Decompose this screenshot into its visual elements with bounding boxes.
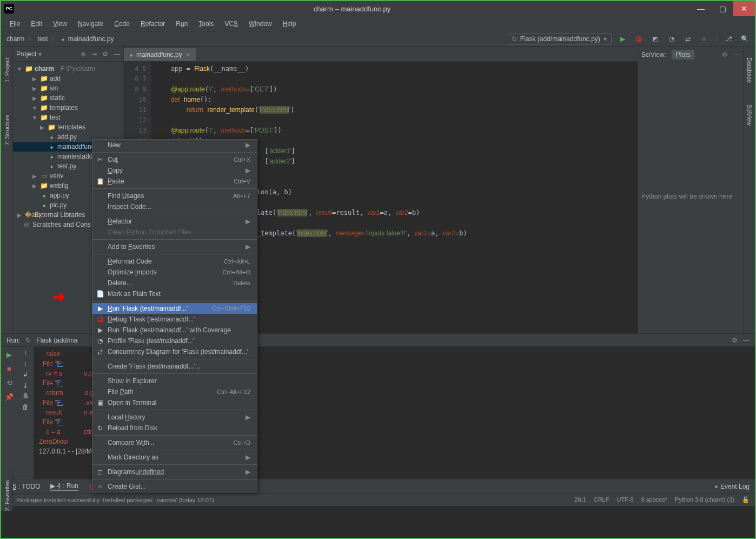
restart-icon[interactable]: ⟲: [4, 377, 15, 388]
ctx-run-flask-test-mainaddf-[interactable]: ▶Run 'Flask (test/mainaddf...'Ctrl+Shift…: [92, 303, 257, 314]
stop-icon[interactable]: ■: [4, 363, 15, 374]
vcs-icon[interactable]: ⎇: [724, 34, 733, 44]
concurrency-icon[interactable]: ⇄: [683, 34, 693, 44]
sciview-tool-tab[interactable]: SciView: [746, 104, 753, 126]
tree-item-add[interactable]: ▶📁add: [13, 74, 123, 83]
favorites-tool-tab[interactable]: 2: Favorites: [4, 480, 10, 511]
ctx-profile-flask-test-mainaddf-[interactable]: ◔Profile 'Flask (test/mainaddf...': [92, 336, 257, 346]
ctx-find-usages[interactable]: Find UsagesAlt+F7: [92, 190, 257, 201]
ctx-refactor[interactable]: Refactor▶: [92, 216, 257, 227]
database-tool-tab[interactable]: Database: [746, 57, 753, 83]
gear-icon[interactable]: ⚙: [732, 337, 738, 344]
scroll-icon[interactable]: ⤓: [23, 382, 28, 389]
tree-item-sin[interactable]: ▶📁sin: [13, 83, 123, 93]
breadcrumb: charm 〉 test 〉 ⬥ mainaddfunc.py: [6, 34, 114, 43]
ctx-file-path[interactable]: File PathCtrl+Alt+F12: [92, 386, 257, 397]
menu-run[interactable]: Run: [171, 18, 192, 30]
profile-icon[interactable]: ◔: [667, 34, 677, 44]
menu-window[interactable]: Window: [244, 18, 276, 30]
nav-bar: charm 〉 test 〉 ⬥ mainaddfunc.py Flask (a…: [1, 31, 755, 47]
structure-tool-tab[interactable]: 7: Structure: [4, 115, 10, 146]
menu-file[interactable]: File: [5, 18, 24, 30]
search-icon[interactable]: 🔍: [740, 34, 750, 44]
up-icon[interactable]: ↑: [24, 349, 27, 357]
ctx-compare-with-[interactable]: Compare With...Ctrl+D: [92, 437, 257, 448]
context-menu[interactable]: New▶✂CutCtrl+XCopy▶📋PasteCtrl+VFind Usag…: [92, 139, 257, 492]
minimize-button[interactable]: —: [690, 1, 712, 16]
ctx-diagrams[interactable]: ◻Diagramsundefined▶: [92, 466, 257, 477]
run-icon[interactable]: ▶: [618, 34, 628, 44]
breadcrumb-folder[interactable]: test: [37, 35, 48, 43]
coverage-icon[interactable]: ◩: [651, 34, 660, 44]
ctx-debug-flask-test-mainaddf-[interactable]: 🐞Debug 'Flask (test/mainaddf...': [92, 314, 257, 325]
tree-item-templates[interactable]: ▶📁templates: [13, 122, 123, 132]
ctx-new[interactable]: New▶: [92, 140, 257, 150]
debug-icon[interactable]: 🐞: [634, 34, 644, 44]
status-message: Packages installed successfully: Install…: [16, 497, 214, 503]
ctx-reload-from-disk[interactable]: ↻Reload from Disk: [92, 423, 257, 433]
ctx-concurrency-diagram-for-flask-[interactable]: ⇄Concurrency Diagram for 'Flask (test/ma…: [92, 346, 257, 357]
maximize-button[interactable]: ▢: [712, 1, 733, 16]
event-log-tab[interactable]: ● Event Log: [714, 483, 750, 490]
hide-icon[interactable]: —: [114, 50, 120, 58]
ctx-open-in-terminal[interactable]: ▣Open in Terminal: [92, 397, 257, 408]
ctx-mark-as-plain-text[interactable]: 📄Mark as Plain Text: [92, 288, 257, 299]
wrap-icon[interactable]: ↲: [23, 371, 28, 378]
sciview-message: Python plots will be shown here: [638, 193, 743, 200]
menu-navigate[interactable]: Navigate: [74, 18, 108, 30]
ctx-delete-[interactable]: Delete...Delete: [92, 278, 257, 288]
target-icon[interactable]: ⊕: [81, 50, 86, 58]
editor-tab[interactable]: ⬥ mainaddfunc.py ✕: [124, 48, 196, 61]
gear-icon[interactable]: ⚙: [722, 51, 728, 58]
rerun-icon[interactable]: ▶: [4, 349, 15, 360]
expand-icon[interactable]: ⇥: [91, 50, 97, 58]
indent[interactable]: 8 spaces*: [641, 496, 667, 503]
tree-item-static[interactable]: ▶📁static: [13, 93, 123, 103]
run-tab[interactable]: ▶ 4: Run: [50, 482, 78, 491]
ctx-add-to-favorites[interactable]: Add to Favorites▶: [92, 241, 257, 252]
sciview-tab[interactable]: Plots: [672, 50, 695, 60]
pin-icon[interactable]: 📌: [4, 391, 15, 402]
cursor-position[interactable]: 26:1: [574, 496, 586, 503]
close-button[interactable]: ✕: [733, 1, 755, 16]
ctx-create-gist-[interactable]: ○Create Gist...: [92, 481, 257, 492]
ctx-show-in-explorer[interactable]: Show in Explorer: [92, 376, 257, 386]
lock-icon[interactable]: 🔓: [742, 496, 750, 503]
ctx-create-flask-test-mainaddf-[interactable]: Create 'Flask (test/mainaddf...'...: [92, 361, 257, 372]
ctx-reformat-code[interactable]: Reformat CodeCtrl+Alt+L: [92, 256, 257, 267]
gear-icon[interactable]: ⚙: [102, 50, 108, 58]
run-config-selector[interactable]: Flask (add/mainaddfunc.py)▾: [507, 33, 612, 45]
menu-tools[interactable]: Tools: [194, 18, 218, 30]
menu-vcs[interactable]: VCS: [220, 18, 242, 30]
encoding[interactable]: UTF-8: [616, 496, 633, 503]
trash-icon[interactable]: 🗑: [22, 403, 29, 411]
ctx-copy[interactable]: Copy▶: [92, 165, 257, 176]
tree-item-templates[interactable]: ▼📁templates: [13, 103, 123, 113]
ctx-local-history[interactable]: Local History▶: [92, 412, 257, 423]
project-tool-tab[interactable]: 1: Project: [4, 57, 10, 82]
stop-icon[interactable]: ■: [699, 34, 709, 44]
ctx-paste[interactable]: 📋PasteCtrl+V: [92, 176, 257, 187]
close-tab-icon[interactable]: ✕: [185, 51, 190, 58]
sciview-title: SciView:: [641, 51, 666, 58]
menu-view[interactable]: View: [49, 18, 71, 30]
menu-help[interactable]: Help: [278, 18, 301, 30]
line-separator[interactable]: CRLF: [594, 496, 609, 503]
menu-edit[interactable]: Edit: [26, 18, 47, 30]
interpreter[interactable]: Python 3.8 (charm) (3): [675, 496, 734, 503]
down-icon[interactable]: ↓: [24, 360, 27, 367]
ctx-mark-directory-as[interactable]: Mark Directory as▶: [92, 452, 257, 463]
tree-item-test[interactable]: ▼📁test: [13, 113, 123, 122]
ctx-cut[interactable]: ✂CutCtrl+X: [92, 154, 257, 165]
print-icon[interactable]: 🖶: [22, 392, 29, 400]
menu-code[interactable]: Code: [110, 18, 134, 30]
hide-icon[interactable]: —: [733, 51, 740, 58]
menu-refactor[interactable]: Refactor: [136, 18, 169, 30]
ctx-inspect-code-[interactable]: Inspect Code...: [92, 201, 257, 212]
ctx-optimize-imports[interactable]: Optimize ImportsCtrl+Alt+O: [92, 267, 257, 278]
right-gutter-tabs: Database SciView: [743, 47, 755, 333]
breadcrumb-file[interactable]: mainaddfunc.py: [68, 35, 114, 43]
breadcrumb-root[interactable]: charm: [6, 35, 24, 43]
ctx-run-flask-test-mainaddf-with-c[interactable]: ▶Run 'Flask (test/mainaddf...' with Cove…: [92, 325, 257, 336]
hide-icon[interactable]: —: [743, 337, 750, 344]
